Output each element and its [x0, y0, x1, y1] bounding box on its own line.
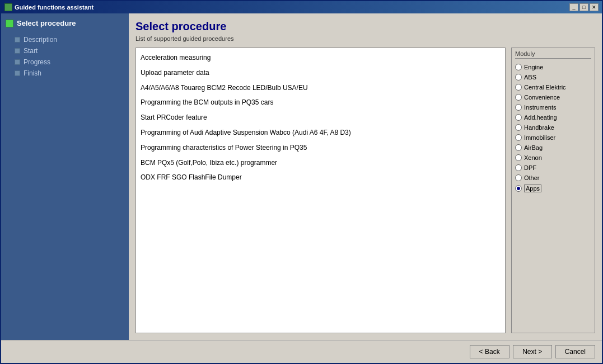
- module-item-handbrake[interactable]: Handbrake: [515, 122, 591, 133]
- module-radio-apps[interactable]: [515, 185, 522, 192]
- sidebar-item-start[interactable]: Start: [6, 45, 124, 56]
- list-item[interactable]: BCM PQx5 (Golf,Polo, Ibiza etc.) program…: [136, 155, 505, 171]
- module-item-add-heating[interactable]: Add.heating: [515, 112, 591, 122]
- module-label-engine: Engine: [524, 64, 543, 70]
- module-label-immobiliser: Immobiliser: [524, 134, 555, 141]
- module-radio-handbrake[interactable]: [515, 124, 522, 131]
- title-buttons: _ □ ✕: [569, 3, 599, 11]
- title-bar: Guided functions assistant _ □ ✕: [1, 1, 602, 13]
- main-window: Guided functions assistant _ □ ✕ Select …: [0, 0, 603, 364]
- list-item[interactable]: Upload parameter data: [136, 65, 505, 81]
- page-subtitle: List of supported guided procedures: [135, 35, 595, 42]
- sidebar-item-icon-start: [15, 48, 20, 54]
- list-item[interactable]: Programming characteristics of Power Ste…: [136, 140, 505, 155]
- sidebar-header-icon: [6, 20, 13, 27]
- modules-header: Moduly: [515, 50, 591, 59]
- page-title: Select procedure: [135, 20, 595, 33]
- sidebar-item-progress[interactable]: Progress: [6, 56, 124, 68]
- module-item-abs[interactable]: ABS: [515, 72, 591, 82]
- module-radio-other[interactable]: [515, 174, 522, 181]
- title-bar-left: Guided functions assistant: [4, 3, 94, 11]
- module-radio-dpf[interactable]: [515, 164, 522, 171]
- modules-panel: Moduly Engine ABS Central Elektric: [511, 48, 595, 333]
- module-label-convenience: Convenience: [524, 94, 560, 101]
- module-label-apps: Apps: [524, 185, 541, 192]
- list-item[interactable]: A4/A5/A6/A8 Touareg BCM2 Recode LED/Bulb…: [136, 81, 505, 96]
- sidebar-header: Select procedure: [6, 19, 124, 27]
- module-radio-instruments[interactable]: [515, 104, 522, 111]
- window-title: Guided functions assistant: [15, 4, 94, 11]
- sidebar-item-finish[interactable]: Finish: [6, 68, 124, 79]
- sidebar-item-label-description: Description: [24, 36, 57, 44]
- list-item[interactable]: Start PRCoder feature: [136, 110, 505, 125]
- module-radio-airbag[interactable]: [515, 144, 522, 151]
- main-content: Select procedure List of supported guide…: [129, 13, 602, 340]
- module-label-abs: ABS: [524, 74, 536, 81]
- module-label-handbrake: Handbrake: [524, 124, 554, 131]
- sidebar-item-icon-finish: [15, 70, 20, 76]
- module-radio-engine[interactable]: [515, 64, 522, 70]
- module-label-other: Other: [524, 174, 540, 181]
- sidebar-item-label-progress: Progress: [24, 58, 50, 66]
- list-item[interactable]: Programming of Audi Adaptive Suspension …: [136, 125, 505, 140]
- module-item-other[interactable]: Other: [515, 173, 591, 183]
- sidebar-item-icon-progress: [15, 59, 20, 65]
- list-item[interactable]: Programming the BCM outputs in PQ35 cars: [136, 95, 505, 110]
- sidebar-item-description[interactable]: Description: [6, 34, 124, 45]
- sidebar-item-label-start: Start: [24, 47, 38, 55]
- module-label-airbag: AirBag: [524, 144, 543, 151]
- module-radio-convenience[interactable]: [515, 94, 522, 101]
- module-item-apps[interactable]: Apps: [515, 183, 591, 194]
- app-icon: [4, 3, 12, 11]
- back-button[interactable]: < Back: [470, 345, 509, 358]
- module-radio-add-heating[interactable]: [515, 114, 522, 121]
- module-item-dpf[interactable]: DPF: [515, 163, 591, 173]
- module-item-engine[interactable]: Engine: [515, 62, 591, 72]
- module-label-xenon: Xenon: [524, 154, 542, 161]
- module-label-central-elektric: Central Elektric: [524, 84, 566, 91]
- module-radio-abs[interactable]: [515, 74, 522, 81]
- list-item[interactable]: Acceleration measuring: [136, 50, 505, 65]
- module-item-instruments[interactable]: Instruments: [515, 102, 591, 112]
- procedure-list: Acceleration measuring Upload parameter …: [135, 48, 506, 333]
- sidebar-item-icon-description: [15, 37, 20, 42]
- window-body: Select procedure Description Start Progr…: [1, 13, 602, 340]
- module-radio-immobiliser[interactable]: [515, 134, 522, 141]
- sidebar-item-label-finish: Finish: [24, 69, 41, 77]
- module-item-central-elektric[interactable]: Central Elektric: [515, 82, 591, 92]
- sidebar-header-text: Select procedure: [17, 19, 76, 27]
- module-item-xenon[interactable]: Xenon: [515, 153, 591, 163]
- minimize-button[interactable]: _: [569, 3, 578, 11]
- module-label-instruments: Instruments: [524, 104, 556, 111]
- next-button[interactable]: Next >: [513, 345, 552, 358]
- list-item[interactable]: ODX FRF SGO FlashFile Dumper: [136, 170, 505, 185]
- module-label-add-heating: Add.heating: [524, 114, 557, 121]
- close-button[interactable]: ✕: [590, 3, 599, 11]
- module-item-immobiliser[interactable]: Immobiliser: [515, 133, 591, 143]
- content-area: Acceleration measuring Upload parameter …: [135, 48, 595, 333]
- cancel-button[interactable]: Cancel: [555, 345, 595, 358]
- footer: < Back Next > Cancel: [1, 340, 602, 363]
- module-item-airbag[interactable]: AirBag: [515, 143, 591, 153]
- module-radio-central-elektric[interactable]: [515, 84, 522, 91]
- module-item-convenience[interactable]: Convenience: [515, 92, 591, 102]
- sidebar: Select procedure Description Start Progr…: [1, 13, 129, 340]
- module-label-dpf: DPF: [524, 164, 536, 171]
- module-radio-xenon[interactable]: [515, 154, 522, 161]
- maximize-button[interactable]: □: [579, 3, 588, 11]
